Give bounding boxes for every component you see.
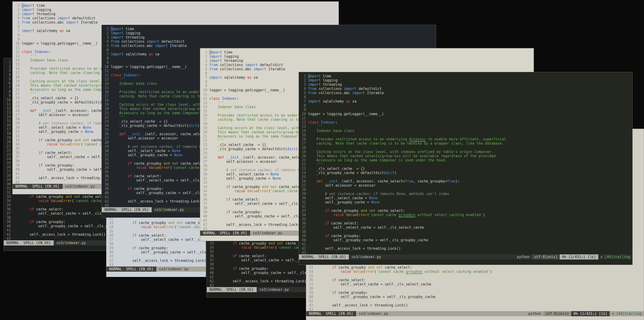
vim-mode: NORMAL xyxy=(104,208,117,212)
code-token: raise xyxy=(38,199,48,203)
line-number: 37 xyxy=(109,237,114,242)
code-token: Iterable xyxy=(266,67,285,71)
code-token: cache_groupby: xyxy=(230,210,262,214)
code-token: ) xyxy=(197,124,199,128)
code-line: 10logger = logging.getLogger(__name__) xyxy=(301,112,632,116)
line-number: 36 xyxy=(308,278,313,282)
code-token: _cls_groupby_cache = defaultdict( xyxy=(22,100,100,104)
code-token: class xyxy=(111,73,121,77)
line-number: 15 xyxy=(301,133,306,137)
command-line[interactable] xyxy=(4,245,107,251)
line-number: 33 xyxy=(308,265,313,269)
command-line[interactable] xyxy=(106,272,206,277)
code-token xyxy=(22,151,38,155)
code-token: defaultdict xyxy=(159,40,184,44)
line-number: 33 xyxy=(104,161,109,166)
code-token: 'cannot cache xyxy=(376,269,406,274)
line-number: 31 xyxy=(202,176,207,181)
command-line[interactable] xyxy=(306,316,644,320)
code-token: import xyxy=(111,31,124,35)
code-line: 4from collections import defaultdict xyxy=(301,87,632,91)
code-line: 1import time xyxy=(104,27,436,31)
code-token: None xyxy=(85,130,93,134)
code-token: and xyxy=(168,221,174,225)
command-line[interactable] xyxy=(299,259,632,265)
code-token xyxy=(220,97,222,101)
code-token: time xyxy=(222,50,232,55)
code-token xyxy=(111,187,128,191)
code-token: import xyxy=(344,87,356,91)
code-token xyxy=(315,278,332,282)
code-token: not xyxy=(270,185,277,189)
code-line: 41 xyxy=(308,299,644,303)
line-number: 39 xyxy=(209,266,214,271)
code-token: not xyxy=(277,241,283,245)
vim-window-front-right-dark[interactable]: 1import time2import logging3import threa… xyxy=(299,72,632,265)
code-token: None xyxy=(83,125,91,130)
line-number: 42 xyxy=(301,246,306,251)
code-token: cache_select: xyxy=(136,233,166,237)
code-token xyxy=(209,197,226,202)
line-number: 23 xyxy=(6,153,11,157)
code-token: and xyxy=(66,195,72,199)
code-token: Provides restricted access to an underly… xyxy=(209,113,310,118)
code-token: (self, accessor, cache_select= xyxy=(342,179,405,183)
mode-indicator: NORMALSPELL [EN_US] xyxy=(102,207,152,212)
code-line: 27 self.accessor = accessor xyxy=(301,183,632,188)
line-number: 2 xyxy=(104,31,109,35)
code-token xyxy=(13,195,30,199)
code-token: if xyxy=(38,138,43,142)
line-number: 1 xyxy=(104,27,109,31)
line-number: 3 xyxy=(6,69,11,73)
code-token: cache_select: xyxy=(383,265,412,269)
code-token: ''' xyxy=(22,92,36,96)
code-token xyxy=(126,132,128,136)
code-line: 41 xyxy=(6,228,107,232)
line-number: 19 xyxy=(202,126,207,130)
code-token: import xyxy=(209,59,222,63)
code-token xyxy=(121,73,124,77)
code-token: cache_groupby: xyxy=(329,234,360,238)
filetype-indicator: python xyxy=(526,311,544,316)
code-line: 2import logging xyxy=(301,78,632,83)
code-token: defaultdict xyxy=(356,87,382,91)
code-token: self.accessor = accessor xyxy=(111,136,178,140)
line-number: 10 xyxy=(104,65,109,69)
line-number: 29 xyxy=(6,178,11,182)
code-token: _cls_select_cache = {} xyxy=(111,119,168,124)
line-number: 20 xyxy=(301,154,306,158)
line-number: 14 xyxy=(301,129,306,133)
code-token: : xyxy=(335,120,338,125)
code-token: self._groupby_cache = xyxy=(308,200,371,204)
code-token: if xyxy=(30,207,34,211)
line-number: 18 xyxy=(15,75,20,79)
code-token: time xyxy=(34,4,45,8)
line-number: 20 xyxy=(104,107,109,111)
line-number: 28 xyxy=(6,174,11,178)
line-number: 4 xyxy=(301,87,306,91)
code-area[interactable]: 1import time2import logging3import threa… xyxy=(299,72,632,255)
line-number: 39 xyxy=(15,163,20,167)
code-token xyxy=(315,265,332,269)
line-number: 32 xyxy=(104,157,109,161)
code-line: 40 self._groupby_cache = self._cls_group… xyxy=(308,295,644,299)
code-token: cache_select: xyxy=(329,221,358,225)
code-token: if xyxy=(332,278,336,282)
line-number: 25 xyxy=(15,104,20,109)
code-token: cache_groupby: xyxy=(136,246,168,250)
line-number: 42 xyxy=(6,232,11,237)
line-number: 39 xyxy=(104,187,109,191)
code-token: from xyxy=(308,87,316,91)
code-token: __init__ xyxy=(325,179,342,183)
code-token xyxy=(308,234,325,238)
line-number: 17 xyxy=(202,118,207,122)
code-token xyxy=(111,161,128,166)
line-number: 38 xyxy=(15,159,20,163)
line-number: 3 xyxy=(15,12,20,16)
line-number: 13 xyxy=(202,101,207,105)
code-token: self._select_cache = xyxy=(308,196,369,200)
code-line: 5from collections.abc import Iterable xyxy=(104,44,436,48)
code-token xyxy=(116,225,141,229)
code-line: 36 if cache_select: xyxy=(308,278,644,282)
line-number: 21 xyxy=(202,134,207,139)
